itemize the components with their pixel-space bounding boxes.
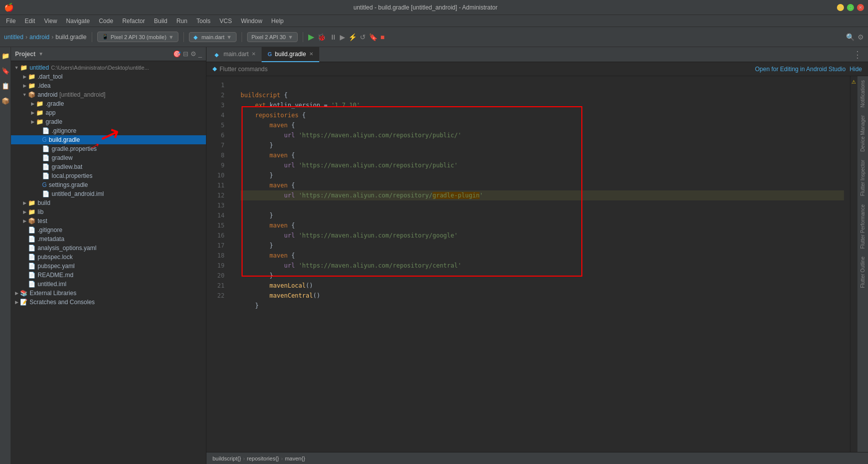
api-selector[interactable]: Pixel 2 API 30 ▼ (247, 32, 298, 42)
breadcrumb-untitled[interactable]: untitled (4, 34, 24, 41)
breadcrumb-android[interactable]: android (30, 34, 50, 41)
settings-button[interactable]: ⚙ (857, 33, 864, 41)
tree-item-settings-gradle[interactable]: ▶ G settings.gradle (11, 180, 206, 189)
run-config-selector[interactable]: main.dart ▼ (189, 32, 237, 42)
tab-build-gradle[interactable]: G build.gradle ✕ (262, 47, 319, 62)
bc-sep-2: › (281, 455, 283, 461)
history-button[interactable]: ↺ (360, 33, 366, 41)
tree-item-build[interactable]: ▶ 📁 build (11, 198, 206, 207)
tree-item-root-gitignore[interactable]: ▶ 📄 .gitignore (11, 225, 206, 235)
debug-button[interactable]: 🐞 (317, 33, 326, 41)
tree-item-test[interactable]: ▶ 📦 test (11, 216, 206, 225)
tree-item-readme[interactable]: ▶ 📄 README.md (11, 271, 206, 280)
menu-run[interactable]: Run (172, 17, 191, 26)
tree-item-dot-gradle[interactable]: ▶ 📁 .gradle (11, 99, 206, 108)
tab-more-icon[interactable]: ⋮ (849, 49, 866, 60)
tree-item-pubspec-yaml[interactable]: ▶ 📄 pubspec.yaml (11, 262, 206, 271)
menu-view[interactable]: View (40, 17, 61, 26)
settings-icon[interactable]: ⚙ (190, 50, 196, 58)
file-icon-gradlew-bat: 📄 (42, 163, 50, 170)
stop-button[interactable]: ⏸ (330, 33, 337, 41)
tree-item-build-gradle[interactable]: ▶ G build.gradle (11, 135, 206, 144)
tab-main-dart[interactable]: main.dart ✕ (208, 47, 262, 62)
tree-item-gradle-folder[interactable]: ▶ 📁 gradle (11, 117, 206, 126)
bc-item-maven[interactable]: maven{} (285, 455, 305, 461)
tree-item-lib[interactable]: ▶ 📁 lib (11, 207, 206, 216)
tree-item-gitignore[interactable]: ▶ 📄 .gitignore (11, 126, 206, 135)
tree-label-dart-tool: .dart_tool (38, 73, 63, 80)
build-button[interactable]: ⚡ (348, 33, 357, 41)
tree-item-pubspec-lock[interactable]: ▶ 📄 pubspec.lock (11, 253, 206, 262)
flutter-outline-panel-label[interactable]: Flutter Outline (858, 253, 867, 292)
editor-breadcrumb: buildscript{} › repositories{} › maven{} (206, 452, 868, 464)
menu-file[interactable]: File (2, 17, 20, 26)
tree-item-iml[interactable]: ▶ 📄 untitled.iml (11, 280, 206, 289)
tree-label-build: build (38, 199, 50, 206)
sidebar-project-icon[interactable]: 📁 (1, 51, 10, 60)
project-dropdown-icon[interactable]: ▼ (39, 51, 44, 57)
tree-item-gradlew-bat[interactable]: ▶ 📄 gradlew.bat (11, 162, 206, 171)
toolbar-sep2 (183, 32, 184, 42)
sidebar-resource-icon[interactable]: 📦 (1, 96, 10, 105)
tree-label-scratches: Scratches and Consoles (30, 299, 95, 306)
device-manager-panel-label[interactable]: Device Manager (858, 111, 867, 156)
run-button[interactable]: ▶ (308, 32, 314, 42)
menu-build[interactable]: Build (150, 17, 171, 26)
tree-item-untitled[interactable]: ▼ 📁 untitled C:\Users\Administrator\Desk… (11, 63, 206, 72)
flutter-performance-panel-label[interactable]: Flutter Performance (858, 200, 867, 253)
tree-label-gradlew-bat: gradlew.bat (52, 163, 82, 170)
menu-edit[interactable]: Edit (21, 17, 39, 26)
tree-item-app[interactable]: ▶ 📁 app (11, 108, 206, 117)
code-editor[interactable]: buildscript { ext.kotlin_version = '1.7.… (235, 76, 850, 335)
code-line-6: } (241, 142, 273, 149)
locate-file-icon[interactable]: 🎯 (173, 50, 181, 58)
tree-item-local-properties[interactable]: ▶ 📄 local.properties (11, 171, 206, 180)
tree-item-analysis-options[interactable]: ▶ 📄 analysis_options.yaml (11, 244, 206, 253)
hide-link[interactable]: Hide (849, 66, 862, 73)
editor-tab-bar: main.dart ✕ G build.gradle ✕ ⋮ (206, 47, 868, 62)
tree-item-iml-android[interactable]: ▶ 📄 untitled_android.iml (11, 189, 206, 198)
flutter-inspector-panel-label[interactable]: Flutter Inspector (858, 156, 867, 200)
notifications-panel-label[interactable]: Notifications (858, 76, 867, 111)
tree-item-gradlew[interactable]: ▶ 📄 gradlew (11, 153, 206, 162)
close-build-gradle[interactable]: ✕ (309, 51, 313, 57)
menu-window[interactable]: Window (237, 17, 267, 26)
search-everywhere-button[interactable]: 🔍 (846, 33, 854, 41)
minimize-button[interactable]: — (837, 4, 844, 11)
folder-icon-app: 📁 (36, 109, 44, 116)
tree-item-scratches[interactable]: ▶ 📝 Scratches and Consoles (11, 298, 206, 307)
file-icon-local-properties: 📄 (42, 172, 50, 179)
flutter-commands-bar: ◆ Flutter commands Open for Editing in A… (206, 62, 868, 76)
close-main-dart[interactable]: ✕ (252, 51, 256, 57)
menu-tools[interactable]: Tools (192, 17, 214, 26)
open-android-studio-link[interactable]: Open for Editing in Android Studio (755, 66, 846, 73)
maximize-button[interactable]: □ (847, 4, 854, 11)
tree-item-external-libs[interactable]: ▶ 📚 External Libraries (11, 289, 206, 298)
right-panel-icons: Notifications Device Manager Flutter Ins… (857, 76, 868, 452)
close-button[interactable]: ✕ (857, 4, 864, 11)
collapse-all-icon[interactable]: ⊟ (183, 50, 188, 58)
code-line-12: } (241, 212, 273, 219)
menu-navigate[interactable]: Navigate (62, 17, 94, 26)
tree-item-idea[interactable]: ▶ 📁 .idea (11, 81, 206, 90)
bc-item-repositories[interactable]: repositories{} (247, 455, 279, 461)
menu-refactor[interactable]: Refactor (118, 17, 149, 26)
toolbar-sep1 (92, 32, 92, 42)
terminate-button[interactable]: ■ (380, 33, 384, 41)
tree-item-android[interactable]: ▼ 📦 android [untitled_android] (11, 90, 206, 99)
sidebar-structure-icon[interactable]: 📋 (1, 81, 10, 90)
menu-help[interactable]: Help (267, 17, 288, 26)
minimize-panel-icon[interactable]: _ (198, 50, 202, 58)
code-line-20: mavenCentral() (241, 292, 320, 299)
tree-item-metadata[interactable]: ▶ 📄 .metadata (11, 235, 206, 244)
device-selector[interactable]: 📱 Pixel 2 API 30 (mobile) ▼ (97, 32, 178, 42)
bookmark-button[interactable]: 🔖 (369, 33, 377, 41)
coverage-button[interactable]: ▶ (340, 33, 345, 41)
tree-item-gradle-properties[interactable]: ▶ 📄 gradle.properties (11, 144, 206, 153)
menu-vcs[interactable]: VCS (215, 17, 236, 26)
sidebar-bookmark-icon[interactable]: 🔖 (1, 66, 10, 75)
menu-code[interactable]: Code (95, 17, 117, 26)
file-icon-analysis-options: 📄 (28, 245, 36, 252)
bc-item-buildscript[interactable]: buildscript{} (212, 455, 241, 461)
tree-item-dart-tool[interactable]: ▶ 📁 .dart_tool (11, 72, 206, 81)
